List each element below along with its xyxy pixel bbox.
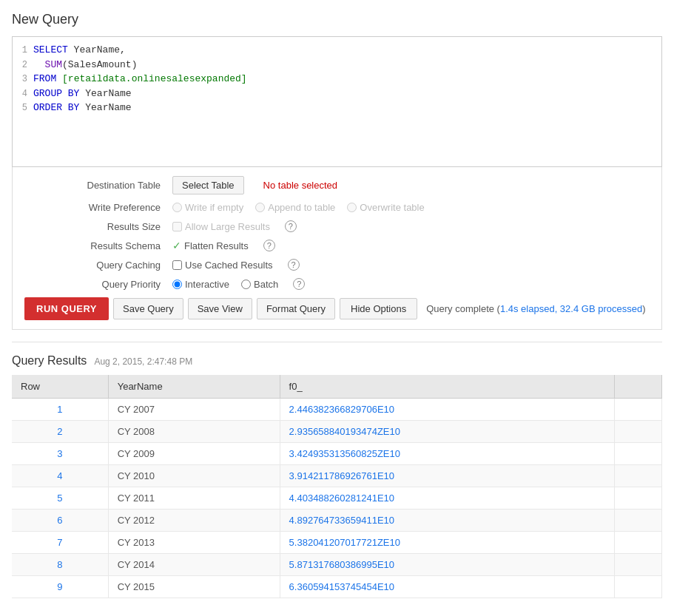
flatten-results-option[interactable]: ✓ Flatten Results xyxy=(172,240,249,251)
line-3: FROM [retaildata.onlinesalesexpanded] xyxy=(33,72,247,87)
section-divider xyxy=(12,342,662,342)
use-cached-results-help-icon[interactable]: ? xyxy=(288,259,300,271)
batch-option[interactable]: Batch xyxy=(241,279,278,290)
options-section: Destination Table Select Table No table … xyxy=(12,167,662,330)
code-editor[interactable]: 1 SELECT YearName, 2 SUM(SalesAmount) 3 … xyxy=(13,37,661,166)
run-query-button[interactable]: RUN QUERY xyxy=(24,297,109,320)
append-to-table-option[interactable]: Append to table xyxy=(255,202,335,213)
cell-extra xyxy=(614,532,661,554)
cell-extra xyxy=(614,510,661,532)
cell-row-num: 9 xyxy=(12,576,108,598)
write-if-empty-option[interactable]: Write if empty xyxy=(172,202,243,213)
cell-row-num: 8 xyxy=(12,554,108,576)
select-table-button[interactable]: Select Table xyxy=(172,176,244,194)
table-row: 7 CY 2013 5.382041207017721ZE10 xyxy=(12,532,662,554)
line-1: SELECT YearName, xyxy=(33,43,126,58)
allow-large-results-help-icon[interactable]: ? xyxy=(285,220,297,232)
destination-table-controls: Select Table No table selected xyxy=(172,176,337,194)
line-5: ORDER BY YearName xyxy=(33,101,132,115)
table-row: 1 CY 2007 2.446382366829706E10 xyxy=(12,399,662,421)
results-title: Query Results xyxy=(12,354,87,368)
query-caching-row: Query Caching Use Cached Results ? xyxy=(24,259,650,271)
cell-extra xyxy=(614,576,661,598)
write-if-empty-label: Write if empty xyxy=(185,202,243,213)
flatten-results-help-icon[interactable]: ? xyxy=(263,240,275,251)
table-row: 9 CY 2015 6.360594153745454E10 xyxy=(12,576,662,598)
append-to-table-label: Append to table xyxy=(268,202,335,213)
destination-table-label: Destination Table xyxy=(24,180,172,191)
cell-f0: 2.446382366829706E10 xyxy=(280,399,614,421)
overwrite-table-radio[interactable] xyxy=(347,203,357,212)
line-num-4: 4 xyxy=(16,87,33,101)
save-view-button[interactable]: Save View xyxy=(188,298,252,319)
cell-f0: 5.871317680386995E10 xyxy=(280,554,614,576)
results-header: Query Results Aug 2, 2015, 2:47:48 PM xyxy=(12,354,662,368)
cell-year: CY 2014 xyxy=(108,554,280,576)
page-container: New Query 1 SELECT YearName, 2 SUM(Sales… xyxy=(0,0,674,610)
cell-f0: 3.914211786926761E10 xyxy=(280,465,614,487)
results-schema-row: Results Schema ✓ Flatten Results ? xyxy=(24,240,650,251)
cell-year: CY 2008 xyxy=(108,421,280,443)
cell-f0: 6.360594153745454E10 xyxy=(280,576,614,598)
use-cached-results-option[interactable]: Use Cached Results xyxy=(172,260,273,271)
interactive-option[interactable]: Interactive xyxy=(172,279,229,290)
append-to-table-radio[interactable] xyxy=(255,203,265,212)
flatten-results-label: Flatten Results xyxy=(184,240,249,251)
cell-f0: 3.424935313560825ZE10 xyxy=(280,443,614,465)
interactive-radio[interactable] xyxy=(172,280,182,289)
cell-row-num: 7 xyxy=(12,532,108,554)
cell-f0: 5.382041207017721ZE10 xyxy=(280,532,614,554)
cell-extra xyxy=(614,399,661,421)
write-preference-row: Write Preference Write if empty Append t… xyxy=(24,202,650,213)
cell-row-num: 3 xyxy=(12,443,108,465)
line-num-3: 3 xyxy=(16,72,33,86)
query-status: Query complete (1.4s elapsed, 32.4 GB pr… xyxy=(426,303,645,314)
table-row: 8 CY 2014 5.871317680386995E10 xyxy=(12,554,662,576)
query-caching-controls: Use Cached Results ? xyxy=(172,259,300,271)
write-if-empty-radio[interactable] xyxy=(172,203,182,212)
no-table-text: No table selected xyxy=(263,180,337,191)
write-preference-controls: Write if empty Append to table Overwrite… xyxy=(172,202,425,213)
editor-container: 1 SELECT YearName, 2 SUM(SalesAmount) 3 … xyxy=(12,36,662,167)
batch-radio[interactable] xyxy=(241,280,251,289)
allow-large-results-option[interactable]: Allow Large Results xyxy=(172,221,270,232)
toolbar: RUN QUERY Save Query Save View Format Qu… xyxy=(24,297,650,320)
cell-extra xyxy=(614,487,661,510)
query-priority-help-icon[interactable]: ? xyxy=(293,278,305,290)
results-size-label: Results Size xyxy=(24,221,172,232)
table-header-row: Row YearName f0_ xyxy=(12,375,662,399)
query-caching-label: Query Caching xyxy=(24,260,172,271)
cell-f0: 2.935658840193474ZE10 xyxy=(280,421,614,443)
destination-table-row: Destination Table Select Table No table … xyxy=(24,176,650,194)
table-row: 2 CY 2008 2.935658840193474ZE10 xyxy=(12,421,662,443)
allow-large-results-checkbox[interactable] xyxy=(172,222,182,231)
results-table: Row YearName f0_ 1 CY 2007 2.44638236682… xyxy=(12,375,662,598)
overwrite-table-option[interactable]: Overwrite table xyxy=(347,202,424,213)
interactive-label: Interactive xyxy=(185,279,229,290)
cell-year: CY 2009 xyxy=(108,443,280,465)
cell-row-num: 5 xyxy=(12,487,108,510)
cell-f0: 4.892764733659411E10 xyxy=(280,510,614,532)
col-header-row: Row xyxy=(12,375,108,399)
line-num-5: 5 xyxy=(16,101,33,115)
cell-year: CY 2015 xyxy=(108,576,280,598)
cell-row-num: 1 xyxy=(12,399,108,421)
table-row: 4 CY 2010 3.914211786926761E10 xyxy=(12,465,662,487)
write-preference-label: Write Preference xyxy=(24,202,172,213)
col-header-yearname: YearName xyxy=(108,375,280,399)
flatten-results-checkmark: ✓ xyxy=(172,240,181,251)
cell-extra xyxy=(614,443,661,465)
cell-f0: 4.403488260281241E10 xyxy=(280,487,614,510)
cell-year: CY 2007 xyxy=(108,399,280,421)
line-num-1: 1 xyxy=(16,44,33,57)
format-query-button[interactable]: Format Query xyxy=(257,298,335,319)
results-section: Query Results Aug 2, 2015, 2:47:48 PM Ro… xyxy=(12,354,662,598)
save-query-button[interactable]: Save Query xyxy=(113,298,183,319)
page-title: New Query xyxy=(12,12,662,27)
hide-options-button[interactable]: Hide Options xyxy=(340,298,417,319)
use-cached-results-checkbox[interactable] xyxy=(172,260,182,270)
cell-row-num: 4 xyxy=(12,465,108,487)
results-schema-controls: ✓ Flatten Results ? xyxy=(172,240,275,251)
table-row: 5 CY 2011 4.403488260281241E10 xyxy=(12,487,662,510)
cell-year: CY 2011 xyxy=(108,487,280,510)
